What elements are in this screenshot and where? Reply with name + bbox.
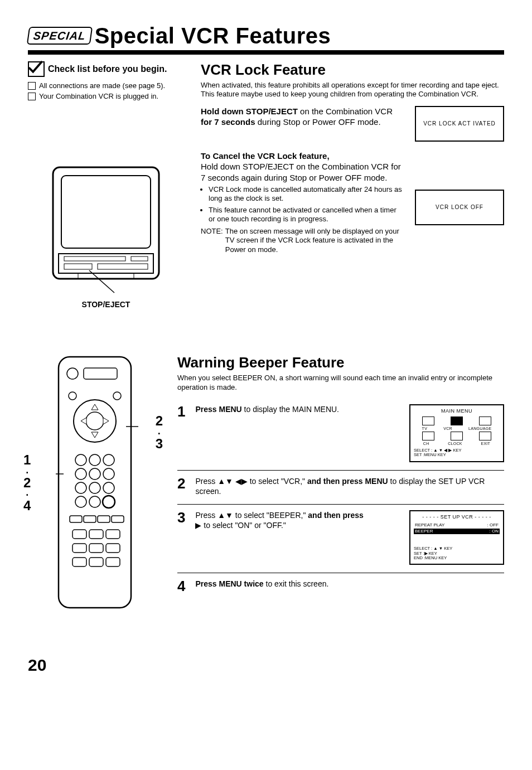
callout-right-2: 2	[156, 413, 163, 428]
svg-rect-4	[131, 256, 148, 261]
svg-point-21	[103, 454, 114, 466]
step2-mid: to select "VCR,"	[248, 477, 307, 486]
checklist-item: Your Combination VCR is plugged in.	[39, 92, 158, 101]
svg-point-28	[75, 496, 86, 507]
checkmark-icon	[28, 61, 45, 77]
svg-rect-1	[61, 176, 151, 248]
arrow-right-icon: ▶	[195, 521, 201, 530]
checklist-heading: Check list before you begin.	[48, 64, 167, 74]
svg-rect-6	[98, 264, 148, 269]
tv-vcr-diagram: STOP/EJECT	[28, 162, 184, 309]
svg-rect-12	[84, 368, 117, 379]
svg-point-22	[75, 468, 86, 480]
beeper-intro: When you select BEEPER ON, a short warni…	[177, 374, 504, 392]
svg-rect-34	[112, 516, 124, 522]
stop-eject-label: STOP/EJECT	[28, 300, 184, 309]
svg-rect-3	[64, 256, 125, 261]
vcr-lock-bullet: This feature cannot be activated or canc…	[209, 206, 404, 224]
step-number: 4	[177, 579, 185, 593]
svg-rect-43	[106, 558, 120, 566]
svg-rect-38	[72, 544, 86, 553]
beeper-title: Warning Beeper Feature	[177, 354, 504, 371]
step3-mid: to select "BEEPER,"	[233, 511, 308, 520]
activate-mid: on the Combination VCR	[298, 106, 393, 116]
main-menu-osd: MAIN MENU TVVCRLANGUAGE CHCLOCKEXIT SELE…	[409, 404, 504, 462]
checkbox-icon	[28, 93, 36, 100]
step1-bold: Press MENU	[195, 405, 241, 414]
callout-left-4: 4	[23, 498, 31, 513]
svg-rect-42	[89, 558, 103, 566]
svg-rect-40	[106, 544, 120, 553]
page-title: Special VCR Features	[95, 22, 331, 49]
svg-point-29	[89, 496, 100, 507]
vcr-lock-bullet: VCR Lock mode is cancelled automatically…	[209, 185, 404, 204]
svg-rect-5	[64, 264, 92, 269]
step-number: 3	[177, 510, 185, 525]
checkbox-icon	[28, 82, 36, 90]
svg-rect-31	[70, 516, 82, 522]
step3-bold: and then press	[308, 511, 364, 520]
activate-end: during Stop or Power OFF mode.	[255, 117, 381, 127]
cancel-text: Hold down STOP/EJECT on the Combination …	[201, 162, 401, 182]
svg-rect-32	[84, 516, 96, 522]
svg-point-30	[103, 496, 115, 508]
note-label: NOTE:	[201, 227, 223, 254]
svg-point-27	[103, 482, 114, 493]
svg-rect-39	[89, 544, 103, 553]
note-text: The on screen message will only be displ…	[225, 227, 404, 254]
checklist-item: All connections are made (see page 5).	[39, 81, 165, 90]
svg-point-20	[89, 454, 100, 466]
step2-pre: Press	[195, 477, 217, 486]
arrow-keys-icon: ▲▼ ◀▶	[217, 477, 248, 486]
svg-point-11	[67, 368, 78, 379]
cancel-heading: To Cancel the VCR Lock feature,	[201, 151, 330, 161]
svg-rect-35	[72, 530, 86, 539]
step1-rest: to display the MAIN MENU.	[242, 405, 339, 414]
callout-left-1: 1	[23, 452, 31, 467]
svg-point-23	[89, 468, 100, 480]
svg-point-16	[86, 412, 104, 430]
step-number: 2	[177, 476, 185, 491]
vcr-lock-off-display: VCR LOCK OFF	[415, 190, 504, 225]
step4-bold: Press MENU twice	[195, 579, 263, 588]
svg-point-25	[75, 482, 86, 493]
vcr-lock-title: VCR Lock Feature	[201, 61, 504, 79]
svg-rect-36	[89, 530, 103, 539]
special-badge: SPECIAL	[27, 27, 93, 45]
vcr-lock-on-display: VCR LOCK ACT IVATED	[415, 106, 504, 142]
svg-point-13	[69, 392, 76, 400]
callout-right-3: 3	[156, 436, 163, 451]
svg-point-14	[113, 392, 121, 400]
step3-pre: Press	[195, 511, 217, 520]
arrow-keys-icon: ▲▼	[217, 511, 233, 520]
step2-bold: and then press MENU	[307, 477, 388, 486]
activate-bold1: Hold down STOP/EJECT	[201, 106, 298, 116]
page-number: 20	[28, 655, 504, 675]
svg-point-24	[103, 468, 114, 480]
svg-rect-41	[72, 558, 86, 566]
svg-rect-33	[98, 516, 110, 522]
step4-rest: to exit this screen.	[264, 579, 329, 588]
svg-point-19	[75, 454, 86, 466]
step3-subrest: to select "ON" or "OFF."	[201, 521, 286, 530]
remote-diagram: 1· 2· 4 2· 3	[28, 354, 162, 611]
svg-rect-37	[106, 530, 120, 539]
svg-point-26	[89, 482, 100, 493]
vcr-lock-intro: When activated, this feature prohibits a…	[201, 81, 504, 99]
callout-left-2: 2	[23, 475, 31, 490]
activate-bold2: for 7 seconds	[201, 117, 255, 127]
setup-vcr-osd: - - - - - SET UP VCR - - - - - REPEAT PL…	[409, 510, 504, 565]
step-number: 1	[177, 404, 185, 419]
